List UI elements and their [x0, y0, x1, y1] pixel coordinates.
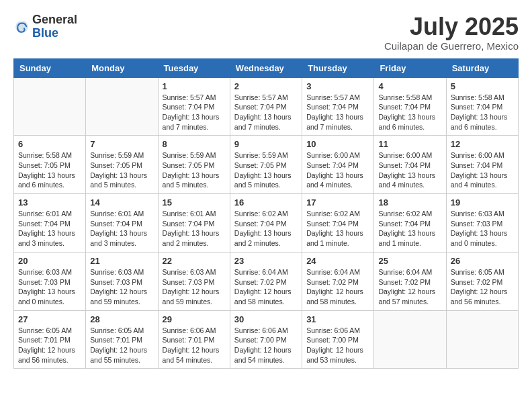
table-row: [374, 310, 446, 369]
calendar-header-row: Sunday Monday Tuesday Wednesday Thursday…: [14, 58, 519, 77]
day-detail: Sunrise: 5:58 AM Sunset: 7:04 PM Dayligh…: [378, 93, 441, 132]
day-number: 18: [378, 197, 441, 208]
day-detail: Sunrise: 6:03 AM Sunset: 7:03 PM Dayligh…: [18, 267, 81, 307]
day-detail: Sunrise: 6:06 AM Sunset: 7:00 PM Dayligh…: [234, 326, 298, 365]
day-detail: Sunrise: 6:01 AM Sunset: 7:04 PM Dayligh…: [18, 209, 81, 248]
day-number: 27: [18, 314, 81, 324]
title-area: July 2025 Cuilapan de Guerrero, Mexico: [384, 13, 519, 52]
table-row: 6Sunrise: 5:58 AM Sunset: 7:05 PM Daylig…: [14, 136, 86, 194]
day-detail: Sunrise: 5:58 AM Sunset: 7:05 PM Dayligh…: [18, 150, 81, 190]
table-row: 20Sunrise: 6:03 AM Sunset: 7:03 PM Dayli…: [14, 252, 86, 310]
day-detail: Sunrise: 5:59 AM Sunset: 7:05 PM Dayligh…: [163, 150, 226, 190]
table-row: 4Sunrise: 5:58 AM Sunset: 7:04 PM Daylig…: [374, 77, 446, 136]
table-row: 8Sunrise: 5:59 AM Sunset: 7:05 PM Daylig…: [158, 136, 230, 194]
logo-icon: [13, 19, 30, 35]
location-subtitle: Cuilapan de Guerrero, Mexico: [384, 40, 519, 52]
table-row: [446, 310, 518, 369]
table-row: 26Sunrise: 6:05 AM Sunset: 7:02 PM Dayli…: [446, 252, 518, 310]
header-wednesday: Wednesday: [230, 58, 302, 77]
calendar-table: Sunday Monday Tuesday Wednesday Thursday…: [13, 58, 519, 369]
day-number: 23: [234, 256, 298, 266]
day-number: 12: [451, 139, 514, 149]
day-detail: Sunrise: 5:57 AM Sunset: 7:04 PM Dayligh…: [234, 93, 298, 132]
day-detail: Sunrise: 6:05 AM Sunset: 7:01 PM Dayligh…: [90, 326, 153, 365]
day-detail: Sunrise: 6:02 AM Sunset: 7:04 PM Dayligh…: [306, 209, 369, 248]
logo-text: General Blue: [32, 13, 77, 40]
day-number: 26: [451, 256, 514, 266]
header-thursday: Thursday: [302, 58, 374, 77]
header-sunday: Sunday: [14, 58, 86, 77]
day-number: 10: [306, 139, 369, 149]
day-number: 9: [234, 139, 298, 149]
day-number: 13: [18, 197, 81, 208]
day-number: 7: [90, 139, 153, 149]
logo: General Blue: [13, 13, 77, 40]
day-number: 2: [234, 81, 298, 91]
day-number: 17: [306, 197, 369, 208]
page-header: General Blue July 2025 Cuilapan de Guerr…: [13, 13, 519, 52]
table-row: 18Sunrise: 6:02 AM Sunset: 7:04 PM Dayli…: [374, 194, 446, 253]
day-detail: Sunrise: 6:00 AM Sunset: 7:04 PM Dayligh…: [451, 150, 514, 190]
table-row: 27Sunrise: 6:05 AM Sunset: 7:01 PM Dayli…: [14, 310, 86, 369]
day-detail: Sunrise: 6:06 AM Sunset: 7:01 PM Dayligh…: [163, 326, 226, 365]
day-number: 15: [163, 197, 226, 208]
table-row: 2Sunrise: 5:57 AM Sunset: 7:04 PM Daylig…: [230, 77, 302, 136]
table-row: 10Sunrise: 6:00 AM Sunset: 7:04 PM Dayli…: [302, 136, 374, 194]
day-number: 19: [451, 197, 514, 208]
table-row: 23Sunrise: 6:04 AM Sunset: 7:02 PM Dayli…: [230, 252, 302, 310]
table-row: 9Sunrise: 5:59 AM Sunset: 7:05 PM Daylig…: [230, 136, 302, 194]
day-number: 31: [306, 314, 369, 324]
day-detail: Sunrise: 5:57 AM Sunset: 7:04 PM Dayligh…: [163, 93, 226, 132]
day-detail: Sunrise: 6:02 AM Sunset: 7:04 PM Dayligh…: [234, 209, 298, 248]
day-number: 22: [163, 256, 226, 266]
day-number: 29: [163, 314, 226, 324]
table-row: 25Sunrise: 6:04 AM Sunset: 7:02 PM Dayli…: [374, 252, 446, 310]
day-detail: Sunrise: 5:59 AM Sunset: 7:05 PM Dayligh…: [90, 150, 153, 190]
day-number: 28: [90, 314, 153, 324]
table-row: [86, 77, 158, 136]
day-detail: Sunrise: 6:03 AM Sunset: 7:03 PM Dayligh…: [451, 209, 514, 248]
day-number: 25: [378, 256, 441, 266]
day-detail: Sunrise: 6:04 AM Sunset: 7:02 PM Dayligh…: [234, 267, 298, 307]
day-number: 8: [163, 139, 226, 149]
table-row: [14, 77, 86, 136]
day-number: 6: [18, 139, 81, 149]
day-detail: Sunrise: 5:59 AM Sunset: 7:05 PM Dayligh…: [234, 150, 298, 190]
day-detail: Sunrise: 5:57 AM Sunset: 7:04 PM Dayligh…: [306, 93, 369, 132]
table-row: 21Sunrise: 6:03 AM Sunset: 7:03 PM Dayli…: [86, 252, 158, 310]
table-row: 24Sunrise: 6:04 AM Sunset: 7:02 PM Dayli…: [302, 252, 374, 310]
table-row: 11Sunrise: 6:00 AM Sunset: 7:04 PM Dayli…: [374, 136, 446, 194]
day-detail: Sunrise: 6:04 AM Sunset: 7:02 PM Dayligh…: [378, 267, 441, 307]
table-row: 7Sunrise: 5:59 AM Sunset: 7:05 PM Daylig…: [86, 136, 158, 194]
day-detail: Sunrise: 6:00 AM Sunset: 7:04 PM Dayligh…: [306, 150, 369, 190]
day-detail: Sunrise: 6:02 AM Sunset: 7:04 PM Dayligh…: [378, 209, 441, 248]
table-row: 31Sunrise: 6:06 AM Sunset: 7:00 PM Dayli…: [302, 310, 374, 369]
header-monday: Monday: [86, 58, 158, 77]
day-number: 11: [378, 139, 441, 149]
table-row: 1Sunrise: 5:57 AM Sunset: 7:04 PM Daylig…: [158, 77, 230, 136]
calendar-week-row: 1Sunrise: 5:57 AM Sunset: 7:04 PM Daylig…: [14, 77, 519, 136]
day-detail: Sunrise: 6:04 AM Sunset: 7:02 PM Dayligh…: [306, 267, 369, 307]
day-detail: Sunrise: 6:00 AM Sunset: 7:04 PM Dayligh…: [378, 150, 441, 190]
day-number: 14: [90, 197, 153, 208]
day-number: 3: [306, 81, 369, 91]
day-number: 24: [306, 256, 369, 266]
day-detail: Sunrise: 6:01 AM Sunset: 7:04 PM Dayligh…: [163, 209, 226, 248]
calendar-week-row: 20Sunrise: 6:03 AM Sunset: 7:03 PM Dayli…: [14, 252, 519, 310]
table-row: 19Sunrise: 6:03 AM Sunset: 7:03 PM Dayli…: [446, 194, 518, 253]
day-detail: Sunrise: 6:03 AM Sunset: 7:03 PM Dayligh…: [90, 267, 153, 307]
day-number: 4: [378, 81, 441, 91]
day-number: 21: [90, 256, 153, 266]
day-detail: Sunrise: 6:05 AM Sunset: 7:02 PM Dayligh…: [451, 267, 514, 307]
table-row: 17Sunrise: 6:02 AM Sunset: 7:04 PM Dayli…: [302, 194, 374, 253]
day-number: 16: [234, 197, 298, 208]
calendar-week-row: 27Sunrise: 6:05 AM Sunset: 7:01 PM Dayli…: [14, 310, 519, 369]
table-row: 13Sunrise: 6:01 AM Sunset: 7:04 PM Dayli…: [14, 194, 86, 253]
table-row: 16Sunrise: 6:02 AM Sunset: 7:04 PM Dayli…: [230, 194, 302, 253]
calendar-week-row: 6Sunrise: 5:58 AM Sunset: 7:05 PM Daylig…: [14, 136, 519, 194]
day-number: 1: [163, 81, 226, 91]
table-row: 12Sunrise: 6:00 AM Sunset: 7:04 PM Dayli…: [446, 136, 518, 194]
day-number: 20: [18, 256, 81, 266]
day-detail: Sunrise: 6:05 AM Sunset: 7:01 PM Dayligh…: [18, 326, 81, 365]
table-row: 15Sunrise: 6:01 AM Sunset: 7:04 PM Dayli…: [158, 194, 230, 253]
